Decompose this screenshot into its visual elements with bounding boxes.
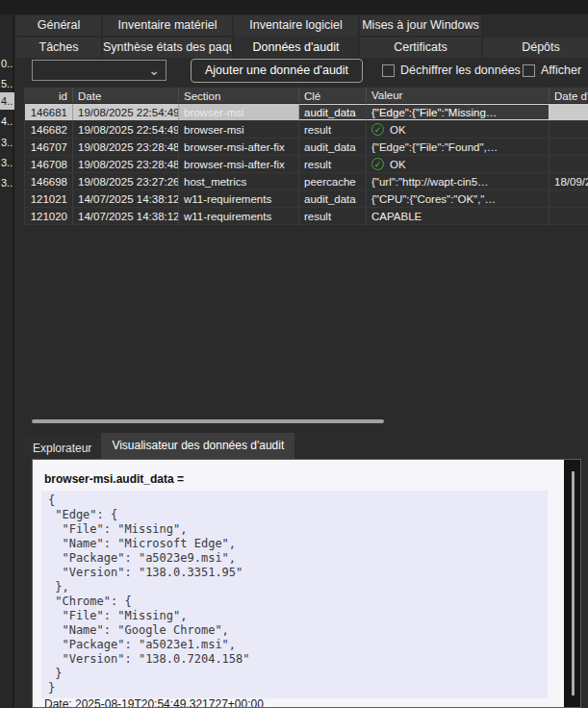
audit-section-combobox[interactable]: ⌄ bbox=[32, 60, 166, 81]
decrypt-data-checkbox[interactable]: Déchiffrer les données bbox=[382, 62, 521, 79]
table-row[interactable]: 146682 19/08/2025 22:54:49 browser-msi r… bbox=[25, 121, 588, 139]
cell-date[interactable]: 14/07/2025 14:38:12 bbox=[73, 208, 179, 224]
cell-date-expiration[interactable] bbox=[550, 190, 588, 207]
cell-id[interactable]: 121021 bbox=[25, 190, 73, 207]
tab-donnees-audit[interactable]: Données d'audit bbox=[234, 36, 358, 58]
column-header-cle[interactable]: Clé bbox=[299, 88, 367, 103]
cell-date-expiration[interactable] bbox=[550, 139, 588, 155]
show-checkbox[interactable]: Afficher bbox=[523, 62, 588, 79]
tab-depots[interactable]: Dépôts bbox=[483, 38, 588, 58]
cell-valeur[interactable]: ✓OK bbox=[367, 156, 550, 172]
cell-cle[interactable]: audit_data bbox=[299, 139, 367, 155]
host-list-item[interactable]: 3.. bbox=[0, 134, 14, 151]
checkbox-box-icon[interactable] bbox=[523, 64, 535, 77]
cell-date[interactable]: 19/08/2025 23:28:48 bbox=[73, 139, 179, 155]
cell-section[interactable]: browser-msi-after-fix bbox=[179, 156, 299, 172]
cell-cle[interactable]: audit_data bbox=[299, 190, 367, 207]
cell-date-expiration[interactable]: 18/09/2025 bbox=[550, 173, 588, 190]
cell-date[interactable]: 19/08/2025 23:27:26 bbox=[73, 173, 179, 190]
viewer-title: browser-msi.audit_data = bbox=[44, 472, 184, 486]
table-row[interactable]: 121020 14/07/2025 14:38:12 w11-requireme… bbox=[25, 208, 588, 225]
column-header-date[interactable]: Date bbox=[73, 88, 179, 103]
host-list-item[interactable]: 4.. bbox=[0, 113, 14, 130]
tab-strip-row2: Tâches Synthèse états des paquets Donnée… bbox=[16, 38, 588, 58]
cell-date-expiration[interactable] bbox=[550, 121, 588, 138]
cell-id[interactable]: 146707 bbox=[25, 139, 73, 155]
tab-general[interactable]: Général bbox=[16, 15, 101, 36]
cell-cle[interactable]: peercache bbox=[299, 173, 367, 190]
cell-valeur-text: OK bbox=[390, 156, 406, 172]
cell-section[interactable]: browser-msi bbox=[179, 104, 299, 120]
cell-date-expiration[interactable] bbox=[550, 156, 588, 172]
cell-date-expiration[interactable] bbox=[550, 208, 588, 224]
tab-inventaire-materiel[interactable]: Inventaire matériel bbox=[103, 15, 232, 36]
cell-id[interactable]: 146698 bbox=[25, 173, 73, 190]
column-header-valeur[interactable]: Valeur bbox=[367, 88, 550, 103]
cell-valeur-text: {"url":"http://wapt-cin5… bbox=[371, 173, 489, 190]
checkbox-box-icon[interactable] bbox=[382, 64, 395, 77]
host-list-item[interactable]: 3.. bbox=[0, 174, 14, 191]
host-list-item[interactable]: 0.. bbox=[0, 55, 14, 72]
cell-valeur-text: {"CPU":{"Cores":"OK","… bbox=[371, 190, 496, 207]
cell-section[interactable]: browser-msi-after-fix bbox=[179, 139, 299, 155]
tab-strip-row1: Général Inventaire matériel Inventaire l… bbox=[16, 15, 481, 36]
host-list-item[interactable]: 5.. bbox=[0, 75, 14, 92]
cell-valeur[interactable]: {"url":"http://wapt-cin5… bbox=[367, 173, 550, 190]
host-list-item[interactable]: 3.. bbox=[0, 154, 14, 171]
cell-cle[interactable]: result bbox=[299, 121, 367, 138]
grid-horizontal-scrollbar[interactable] bbox=[24, 416, 588, 426]
table-row-selected[interactable]: 146681 19/08/2025 22:54:49 browser-msi a… bbox=[25, 104, 588, 121]
cell-date[interactable]: 19/08/2025 22:54:49 bbox=[73, 121, 179, 138]
column-header-id[interactable]: id bbox=[25, 88, 73, 103]
cell-valeur[interactable]: CAPABLE bbox=[367, 208, 550, 224]
cell-date[interactable]: 19/08/2025 23:28:48 bbox=[73, 156, 179, 172]
table-row[interactable]: 121021 14/07/2025 14:38:12 w11-requireme… bbox=[25, 190, 588, 208]
json-code-box: { "Edge": { "File": "Missing", "Name": "… bbox=[41, 491, 548, 698]
cell-id[interactable]: 146682 bbox=[25, 121, 73, 138]
cell-valeur-text: {"Edge":{"File":"Missing… bbox=[371, 105, 497, 120]
cell-section[interactable]: w11-requirements bbox=[179, 208, 299, 224]
host-list-sliver[interactable]: 0.. 5.. 4.. 4.. 3.. 3.. 3.. bbox=[0, 14, 14, 708]
tab-mises-a-jour-windows[interactable]: Mises à jour Windows bbox=[360, 15, 481, 36]
cell-section[interactable]: host_metrics bbox=[179, 173, 299, 190]
table-row[interactable]: 146707 19/08/2025 23:28:48 browser-msi-a… bbox=[25, 139, 588, 156]
cell-valeur[interactable]: ✓OK bbox=[367, 121, 550, 138]
cell-valeur-text: {"Edge":{"File":"Found",… bbox=[371, 139, 498, 155]
column-header-section[interactable]: Section bbox=[179, 88, 299, 103]
viewer-vertical-scrollbar[interactable] bbox=[564, 460, 580, 707]
table-row[interactable]: 146698 19/08/2025 23:27:26 host_metrics … bbox=[25, 173, 588, 190]
column-header-date-expiration[interactable]: Date d'expiration bbox=[550, 88, 588, 103]
cell-cle[interactable]: result bbox=[299, 208, 367, 224]
cell-date[interactable]: 19/08/2025 22:54:49 bbox=[73, 104, 179, 120]
cell-date-expiration[interactable] bbox=[550, 104, 588, 120]
cell-valeur[interactable]: {"CPU":{"Cores":"OK","… bbox=[367, 190, 550, 207]
show-checkbox-label: Afficher bbox=[541, 63, 581, 77]
window-top-strip bbox=[0, 0, 588, 14]
cell-section[interactable]: w11-requirements bbox=[179, 190, 299, 207]
scrollbar-thumb[interactable] bbox=[572, 471, 575, 695]
table-row[interactable]: 146708 19/08/2025 23:28:48 browser-msi-a… bbox=[25, 156, 588, 173]
host-list-item-selected[interactable]: 4.. bbox=[0, 92, 14, 110]
cell-valeur[interactable]: {"Edge":{"File":"Found",… bbox=[367, 139, 550, 155]
tab-certificats[interactable]: Certificats bbox=[360, 38, 481, 58]
audit-data-grid[interactable]: id Date Section Clé Valeur Date d'expira… bbox=[24, 88, 588, 225]
tab-taches[interactable]: Tâches bbox=[16, 38, 101, 58]
tab-visualisateur-donnees-audit[interactable]: Visualisateur des données d'audit bbox=[101, 433, 294, 459]
cell-cle[interactable]: result bbox=[299, 156, 367, 172]
audit-data-viewer-panel: browser-msi.audit_data = { "Edge": { "Fi… bbox=[32, 459, 581, 708]
tab-inventaire-logiciel[interactable]: Inventaire logiciel bbox=[234, 15, 358, 36]
add-audit-data-button[interactable]: Ajouter une donnée d'audit bbox=[191, 59, 363, 83]
cell-valeur[interactable]: {"Edge":{"File":"Missing… bbox=[367, 104, 550, 120]
chevron-down-icon: ⌄ bbox=[148, 62, 160, 79]
scrollbar-thumb[interactable] bbox=[32, 419, 384, 423]
cell-section[interactable]: browser-msi bbox=[179, 121, 299, 138]
cell-cle[interactable]: audit_data bbox=[299, 104, 367, 120]
cell-date[interactable]: 14/07/2025 14:38:12 bbox=[73, 190, 179, 207]
tab-explorateur[interactable]: Explorateur bbox=[24, 438, 100, 459]
tab-synthese-etats-paquets[interactable]: Synthèse états des paquets bbox=[103, 38, 232, 58]
cell-id[interactable]: 121020 bbox=[25, 208, 73, 224]
cell-valeur-text: OK bbox=[390, 121, 406, 138]
cell-id[interactable]: 146681 bbox=[25, 104, 73, 120]
bottom-tab-strip: Explorateur Visualisateur des données d'… bbox=[24, 433, 294, 459]
cell-id[interactable]: 146708 bbox=[25, 156, 73, 172]
